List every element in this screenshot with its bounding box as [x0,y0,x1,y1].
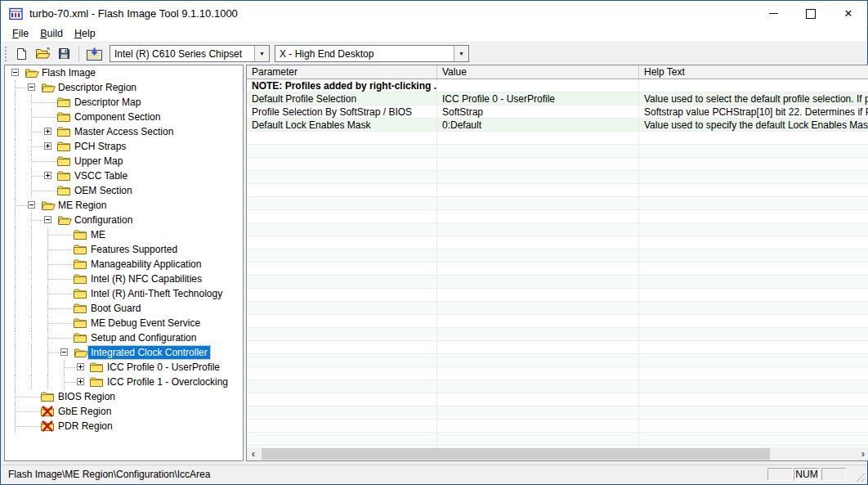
value-cell[interactable]: 0:Default [437,119,639,131]
tree-item-label[interactable]: BIOS Region [56,390,118,403]
column-header-help-text[interactable]: Help Text [639,65,868,79]
tree-item[interactable]: ME Debug Event Service [5,316,243,330]
tree-item-label[interactable]: VSCC Table [72,169,130,182]
table-row[interactable]: Default Profile SelectionICC Profile 0 -… [247,92,868,106]
scrollbar-thumb[interactable] [262,448,770,460]
new-file-button[interactable] [11,44,32,64]
tree-expander-plus-icon[interactable] [77,363,84,370]
tree-expander-plus-icon[interactable] [44,142,51,150]
tree-item[interactable]: ME Region [5,198,243,213]
tree-item-label[interactable]: ICC Profile 0 - UserProfile [105,361,222,374]
tree-item[interactable]: PCH Straps [5,139,243,154]
tree-item-label[interactable]: Master Access Section [72,125,176,138]
chipset-combobox[interactable]: Intel (R) C610 Series Chipset ▼ [110,45,270,62]
table-row[interactable]: NOTE: Profiles added by right-clicking .… [247,79,868,92]
tree-item[interactable]: Boot Guard [5,301,243,316]
save-file-button[interactable] [53,44,74,64]
menu-item-build[interactable]: Build [34,27,69,41]
tree-item[interactable]: Manageability Application [5,257,243,272]
close-button[interactable]: ✕ [830,1,867,26]
tree-item[interactable]: Features Supported [5,242,243,257]
help-text-cell[interactable]: Softstrap value PCHStrap[10] bit 22. Det… [639,106,868,118]
tree-item-label[interactable]: Intel (R) NFC Capabilities [88,272,204,285]
tree-item-label[interactable]: Configuration [72,213,135,227]
tree-expander-plus-icon[interactable] [44,128,51,135]
tree-item-label[interactable]: Descriptor Map [72,96,143,109]
profile-dropdown-button[interactable]: ▼ [454,46,468,61]
value-cell[interactable]: ICC Profile 0 - UserProfile [437,92,639,105]
resize-grip[interactable] [854,471,865,482]
horizontal-scrollbar[interactable]: ‹ › [247,447,868,460]
tree-item[interactable]: Configuration [5,213,243,227]
tree-item[interactable]: PDR Region [5,419,243,433]
build-image-button[interactable] [83,44,105,64]
parameter-cell[interactable]: Default Profile Selection [247,92,437,105]
tree-item[interactable]: Descriptor Region [5,80,243,95]
tree-item[interactable]: ICC Profile 0 - UserProfile [5,360,243,375]
tree-item[interactable]: Setup and Configuration [5,330,243,345]
tree-item[interactable]: Upper Map [5,154,243,168]
tree-item[interactable]: Flash Image [5,65,243,80]
tree-item-label[interactable]: ME Region [56,199,109,212]
scroll-left-icon[interactable]: ‹ [247,447,260,460]
tree-item-label[interactable]: Boot Guard [88,302,143,315]
value-cell[interactable]: SoftStrap [437,106,639,118]
tree-item-label[interactable]: ME [88,228,108,241]
profile-combobox[interactable]: X - High End Desktop ▼ [275,45,469,62]
parameter-cell[interactable]: Profile Selection By SoftStrap / BIOS [247,106,437,118]
tree-item-label[interactable]: Upper Map [72,155,125,168]
tree-item-label[interactable]: ME Debug Event Service [88,317,203,330]
column-header-parameter[interactable]: Parameter [247,65,437,79]
menu-item-help[interactable]: Help [69,27,101,41]
tree-item[interactable]: ME [5,227,243,242]
tree-expander-minus-icon[interactable] [44,216,51,223]
tree-item-label[interactable]: ICC Profile 1 - Overclocking [105,375,230,388]
chipset-dropdown-button[interactable]: ▼ [254,46,269,61]
tree-item[interactable]: GbE Region [5,404,243,419]
tree-expander-minus-icon[interactable] [11,69,19,76]
tree-item-label[interactable]: Integrated Clock Controller [88,346,210,359]
tree-item-label[interactable]: PCH Straps [72,140,128,153]
menu-item-file[interactable]: File [7,27,34,41]
help-text-cell[interactable] [639,79,868,92]
tree-item[interactable]: VSCC Table [5,168,243,183]
scroll-right-icon[interactable]: › [857,447,868,460]
help-text-cell[interactable]: Value used to specify the default Lock E… [639,119,868,131]
tree-item-label[interactable]: Flash Image [39,66,98,79]
tree-expander-minus-icon[interactable] [28,83,35,91]
parameter-cell[interactable]: Default Lock Enables Mask [247,119,437,131]
tree-item-label[interactable]: Features Supported [88,243,180,256]
tree-item-label[interactable]: Setup and Configuration [88,331,199,344]
tree-item-label[interactable]: OEM Section [72,184,135,197]
tree-item[interactable]: Intel (R) Anti-Theft Technology [5,286,243,301]
minimize-button[interactable] [754,1,792,26]
tree-expander-minus-icon[interactable] [28,201,35,209]
tree-expander-plus-icon[interactable] [77,378,84,385]
table-row[interactable]: Default Lock Enables Mask0:DefaultValue … [247,119,868,132]
toolbar-gripper[interactable] [4,46,7,62]
value-cell [437,433,639,445]
column-header-value[interactable]: Value [437,65,639,79]
tree-item[interactable]: OEM Section [5,183,243,198]
tree-item[interactable]: Descriptor Map [5,95,243,110]
tree-item-label[interactable]: PDR Region [56,420,115,433]
tree-expander-minus-icon[interactable] [60,348,68,356]
maximize-button[interactable] [792,1,830,26]
help-text-cell[interactable]: Value used to select the default profile… [639,92,868,105]
tree-item-label[interactable]: Intel (R) Anti-Theft Technology [88,287,225,300]
value-cell[interactable] [437,79,639,92]
tree-item-label[interactable]: Manageability Application [88,258,204,271]
tree-item[interactable]: ICC Profile 1 - Overclocking [5,375,243,389]
tree-item[interactable]: Integrated Clock Controller [5,345,243,360]
tree-item-label[interactable]: Descriptor Region [56,81,139,94]
tree-item-label[interactable]: Component Section [72,110,163,123]
tree-item-label[interactable]: GbE Region [56,405,114,418]
open-file-button[interactable] [32,44,53,64]
tree-item[interactable]: BIOS Region [5,389,243,404]
parameter-cell[interactable]: NOTE: Profiles added by right-clicking .… [247,79,437,92]
tree-expander-plus-icon[interactable] [44,172,51,179]
tree-item[interactable]: Component Section [5,110,243,124]
tree-item[interactable]: Intel (R) NFC Capabilities [5,272,243,286]
table-row[interactable]: Profile Selection By SoftStrap / BIOSSof… [247,106,868,119]
tree-item[interactable]: Master Access Section [5,124,243,139]
